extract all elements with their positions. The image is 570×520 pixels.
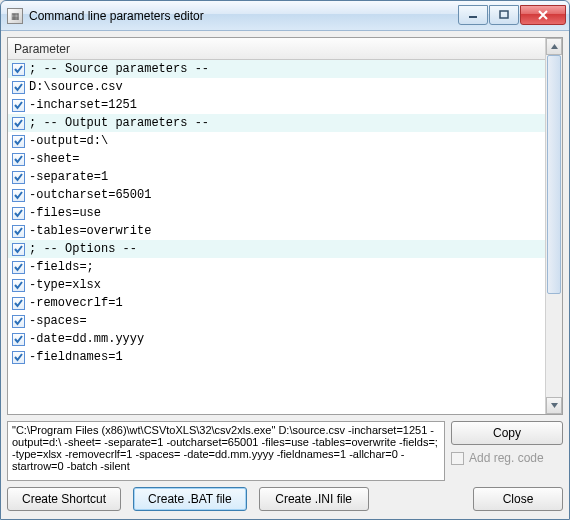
row-text: -output=d:\ [29,134,108,148]
add-reg-code-label: Add reg. code [469,451,544,465]
row-text: -files=use [29,206,101,220]
row-text: -outcharset=65001 [29,188,151,202]
row-checkbox[interactable] [12,225,25,238]
copy-button[interactable]: Copy [451,421,563,445]
parameter-row[interactable]: -type=xlsx [8,276,545,294]
row-checkbox[interactable] [12,279,25,292]
row-text: -sheet= [29,152,79,166]
create-bat-button[interactable]: Create .BAT file [133,487,247,511]
row-text: -removecrlf=1 [29,296,123,310]
column-header[interactable]: Parameter [8,38,545,60]
parameter-row[interactable]: -outcharset=65001 [8,186,545,204]
row-checkbox[interactable] [12,315,25,328]
row-checkbox[interactable] [12,117,25,130]
row-checkbox[interactable] [12,81,25,94]
scrollbar-down-button[interactable] [546,397,562,414]
row-text: -date=dd.mm.yyyy [29,332,144,346]
row-checkbox[interactable] [12,63,25,76]
row-text: D:\source.csv [29,80,123,94]
side-column: Copy Add reg. code [451,421,563,481]
row-text: -tables=overwrite [29,224,151,238]
app-window: ▦ Command line parameters editor Paramet… [0,0,570,520]
row-checkbox[interactable] [12,189,25,202]
add-reg-code-option: Add reg. code [451,451,563,465]
add-reg-code-checkbox [451,452,464,465]
parameter-row[interactable]: -date=dd.mm.yyyy [8,330,545,348]
row-checkbox[interactable] [12,99,25,112]
parameter-row[interactable]: -files=use [8,204,545,222]
parameter-row[interactable]: -spaces= [8,312,545,330]
parameter-row[interactable]: -sheet= [8,150,545,168]
parameter-row[interactable]: -output=d:\ [8,132,545,150]
scrollbar-thumb[interactable] [547,55,561,294]
row-text: -fieldnames=1 [29,350,123,364]
row-text: -spaces= [29,314,87,328]
row-checkbox[interactable] [12,135,25,148]
maximize-button[interactable] [489,5,519,25]
parameter-row[interactable]: ; -- Output parameters -- [8,114,545,132]
row-text: -incharset=1251 [29,98,137,112]
client-area: Parameter ; -- Source parameters --D:\so… [1,31,569,519]
parameter-row[interactable]: ; -- Options -- [8,240,545,258]
row-checkbox[interactable] [12,153,25,166]
row-checkbox[interactable] [12,261,25,274]
parameter-list[interactable]: Parameter ; -- Source parameters --D:\so… [7,37,563,415]
parameter-row[interactable]: -tables=overwrite [8,222,545,240]
close-window-button[interactable] [520,5,566,25]
row-checkbox[interactable] [12,333,25,346]
close-button[interactable]: Close [473,487,563,511]
svg-rect-1 [500,11,508,18]
parameter-row[interactable]: -fields=; [8,258,545,276]
minimize-button[interactable] [458,5,488,25]
row-checkbox[interactable] [12,351,25,364]
row-text: ; -- Options -- [29,242,137,256]
row-checkbox[interactable] [12,171,25,184]
svg-rect-0 [469,16,477,18]
parameter-row[interactable]: -separate=1 [8,168,545,186]
parameter-row[interactable]: ; -- Source parameters -- [8,60,545,78]
parameter-row[interactable]: -removecrlf=1 [8,294,545,312]
create-shortcut-button[interactable]: Create Shortcut [7,487,121,511]
scrollbar-up-button[interactable] [546,38,562,55]
row-text: -separate=1 [29,170,108,184]
parameter-row[interactable]: -fieldnames=1 [8,348,545,366]
row-text: ; -- Source parameters -- [29,62,209,76]
row-checkbox[interactable] [12,207,25,220]
bottom-button-row: Create Shortcut Create .BAT file Create … [7,487,563,511]
column-header-label: Parameter [14,42,70,56]
titlebar[interactable]: ▦ Command line parameters editor [1,1,569,31]
parameter-row[interactable]: -incharset=1251 [8,96,545,114]
parameter-rows: ; -- Source parameters --D:\source.csv-i… [8,60,545,414]
window-title: Command line parameters editor [29,9,458,23]
row-text: ; -- Output parameters -- [29,116,209,130]
row-text: -fields=; [29,260,94,274]
parameter-row[interactable]: D:\source.csv [8,78,545,96]
window-controls [458,6,567,25]
vertical-scrollbar[interactable] [545,38,562,414]
row-checkbox[interactable] [12,243,25,256]
create-ini-button[interactable]: Create .INI file [259,487,369,511]
row-checkbox[interactable] [12,297,25,310]
command-line-text[interactable] [7,421,445,481]
app-icon: ▦ [7,8,23,24]
scrollbar-track[interactable] [546,55,562,397]
row-text: -type=xlsx [29,278,101,292]
middle-row: Copy Add reg. code [7,421,563,481]
